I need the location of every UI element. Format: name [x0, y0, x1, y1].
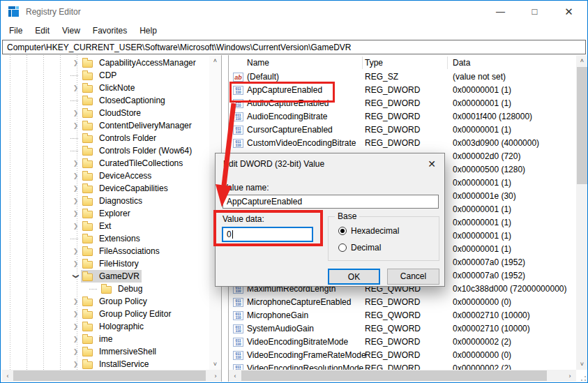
menu-favorites[interactable]: Favorites: [86, 22, 133, 40]
folder-icon: [82, 148, 93, 156]
minimize-button[interactable]: —: [484, 1, 517, 22]
tree-item-explorer[interactable]: ❯Explorer: [2, 207, 221, 220]
chevron-right-icon[interactable]: ❯: [70, 207, 81, 220]
tree-item-capabilityaccessmanager[interactable]: ❯CapabilityAccessManager: [2, 57, 221, 69]
tree-item-immersiveshell[interactable]: ❯ImmersiveShell: [2, 345, 221, 358]
list-header: NameTypeData: [229, 55, 576, 70]
hexadecimal-radio[interactable]: Hexadecimal: [338, 226, 399, 236]
chevron-right-icon[interactable]: ❯: [70, 245, 81, 257]
value-row-microphonecaptureenabled[interactable]: 011110MicrophoneCaptureEnabledREG_DWORD0…: [229, 296, 576, 309]
tree-item-devicecapabilities[interactable]: ❯DeviceCapabilities: [2, 182, 221, 195]
tree-item-group-policy-editor[interactable]: ❯Group Policy Editor: [2, 308, 221, 320]
tree-item-label: Debug: [116, 283, 144, 295]
maximize-button[interactable]: □: [518, 1, 551, 22]
menu-edit[interactable]: Edit: [29, 22, 56, 40]
chevron-right-icon[interactable]: ❯: [70, 82, 81, 94]
cancel-button[interactable]: Cancel: [387, 269, 439, 285]
tree-item-group-policy[interactable]: ❯Group Policy: [2, 295, 221, 308]
chevron-right-icon[interactable]: ❯: [70, 333, 81, 345]
chevron-right-icon[interactable]: ❯: [70, 170, 81, 182]
value-row-customvideoencodingbitrate[interactable]: 011110CustomVideoEncodingBitrateREG_DWOR…: [229, 137, 576, 150]
tree-item-holographic[interactable]: ❯Holographic: [2, 320, 221, 333]
tree-item-cdp[interactable]: CDP: [2, 69, 221, 82]
chevron-right-icon[interactable]: ❯: [70, 295, 81, 308]
scroll-left-icon[interactable]: ‹: [3, 373, 12, 380]
chevron-right-icon[interactable]: ❯: [70, 57, 81, 69]
tree-item-deviceaccess[interactable]: ❯DeviceAccess: [2, 170, 221, 182]
value-row-microphonegain[interactable]: 011110MicrophoneGainREG_QWORD0x00002710 …: [229, 309, 576, 322]
tree-item-debug[interactable]: Debug: [2, 283, 221, 295]
value-row-cursorcaptureenabled[interactable]: 011110CursorCaptureEnabledREG_DWORD0x000…: [229, 123, 576, 137]
tree-item-clicknote[interactable]: ❯ClickNote: [2, 82, 221, 94]
scroll-left-icon[interactable]: ‹: [231, 373, 239, 380]
tree-item-cloudstore[interactable]: ❯CloudStore: [2, 107, 221, 119]
tree-item-ext[interactable]: ❯Ext: [2, 220, 221, 232]
tree-item-closedcaptioning[interactable]: ClosedCaptioning: [2, 94, 221, 107]
scroll-right-icon[interactable]: ›: [566, 373, 574, 380]
resize-grip[interactable]: [578, 373, 586, 381]
tree-item-diagnostics[interactable]: ❯Diagnostics: [2, 195, 221, 207]
address-bar[interactable]: Computer\HKEY_CURRENT_USER\Software\Micr…: [2, 40, 586, 54]
tree-item-controls-folder[interactable]: Controls Folder: [2, 132, 221, 144]
tree-branch-line: [89, 289, 97, 290]
close-button[interactable]: ✕: [552, 1, 585, 22]
chevron-right-icon[interactable]: ❯: [70, 119, 81, 132]
menu-file[interactable]: File: [3, 22, 29, 40]
dialog-close-icon[interactable]: ✕: [423, 157, 440, 171]
tree-item-installservice[interactable]: ❯InstallService: [2, 358, 221, 370]
tree-item-curatedtilecollections[interactable]: ❯CuratedTileCollections: [2, 157, 221, 170]
value-data: 0x00000002 (2): [453, 362, 511, 370]
chevron-right-icon[interactable]: ❯: [70, 308, 81, 320]
scroll-up-icon[interactable]: ˄: [209, 57, 221, 64]
tree-item-gamedvr[interactable]: ❯GameDVR: [2, 270, 221, 283]
reg-binary-icon: 011110: [233, 351, 243, 360]
column-header-name[interactable]: Name: [247, 58, 269, 68]
reg-binary-icon: 011110: [233, 298, 243, 307]
column-header-type[interactable]: Type: [365, 58, 383, 68]
tree-item-label: CuratedTileCollections: [97, 157, 185, 170]
folder-icon: [101, 286, 112, 294]
value-row-audioencodingbitrate[interactable]: 011110AudioEncodingBitrateREG_DWORD0x000…: [229, 110, 576, 123]
scrollbar-thumb[interactable]: [577, 67, 587, 184]
chevron-right-icon[interactable]: ❯: [70, 320, 81, 333]
tree-item-contentdeliverymanager[interactable]: ❯ContentDeliveryManager: [2, 119, 221, 132]
column-header-data[interactable]: Data: [453, 58, 470, 68]
scroll-down-icon[interactable]: ˅: [209, 361, 221, 368]
radio-unselected-icon[interactable]: [338, 243, 347, 252]
chevron-right-icon[interactable]: ❯: [70, 157, 81, 170]
chevron-down-icon[interactable]: ❯: [70, 271, 82, 282]
tree-item-filehistory[interactable]: ❯FileHistory: [2, 257, 221, 270]
tree-horizontal-scrollbar[interactable]: ‹ ›: [2, 370, 221, 382]
scroll-up-icon[interactable]: ˄: [576, 57, 588, 64]
chevron-right-icon[interactable]: ❯: [70, 257, 81, 270]
chevron-right-icon[interactable]: ❯: [70, 182, 81, 195]
chevron-right-icon[interactable]: ❯: [70, 358, 81, 370]
ok-button[interactable]: OK: [328, 269, 380, 285]
value-name-field[interactable]: AppCaptureEnabled: [223, 195, 439, 209]
menu-view[interactable]: View: [56, 22, 86, 40]
scrollbar-thumb[interactable]: [241, 370, 547, 381]
chevron-right-icon[interactable]: ❯: [70, 220, 81, 232]
tree-item-controls-folder-wow64-[interactable]: Controls Folder (Wow64): [2, 144, 221, 157]
tree-item-extensions[interactable]: Extensions: [2, 232, 221, 245]
value-data: 0x0000001e (30): [453, 190, 516, 203]
scroll-right-icon[interactable]: ›: [211, 373, 220, 380]
tree-item-ime[interactable]: ❯ime: [2, 333, 221, 345]
chevron-right-icon[interactable]: ❯: [70, 345, 81, 358]
tree-item-label: Diagnostics: [97, 195, 144, 207]
chevron-right-icon[interactable]: ❯: [70, 107, 81, 119]
tree-item-fileassociations[interactable]: ❯FileAssociations: [2, 245, 221, 257]
scrollbar-thumb[interactable]: [13, 370, 206, 381]
scroll-down-icon[interactable]: ˅: [576, 361, 588, 368]
list-vertical-scrollbar[interactable]: ˄ ˅: [576, 55, 588, 370]
value-row-systemaudiogain[interactable]: 011110SystemAudioGainREG_QWORD0x00002710…: [229, 322, 576, 336]
value-row-videoencodingbitratemode[interactable]: 011110VideoEncodingBitrateModeREG_DWORD0…: [229, 336, 576, 349]
chevron-right-icon[interactable]: ❯: [70, 195, 81, 207]
radio-selected-icon[interactable]: [338, 227, 347, 235]
list-horizontal-scrollbar[interactable]: ‹ ›: [229, 370, 576, 382]
menu-help[interactable]: Help: [133, 22, 163, 40]
value-row-videoencodingresolutionmode[interactable]: 011110VideoEncodingResolutionModeREG_DWO…: [229, 362, 576, 370]
decimal-radio[interactable]: Decimal: [338, 243, 381, 253]
reg-binary-icon: 011110: [233, 338, 243, 347]
value-row-videoencodingframeratemode[interactable]: 011110VideoEncodingFrameRateModeREG_DWOR…: [229, 349, 576, 362]
